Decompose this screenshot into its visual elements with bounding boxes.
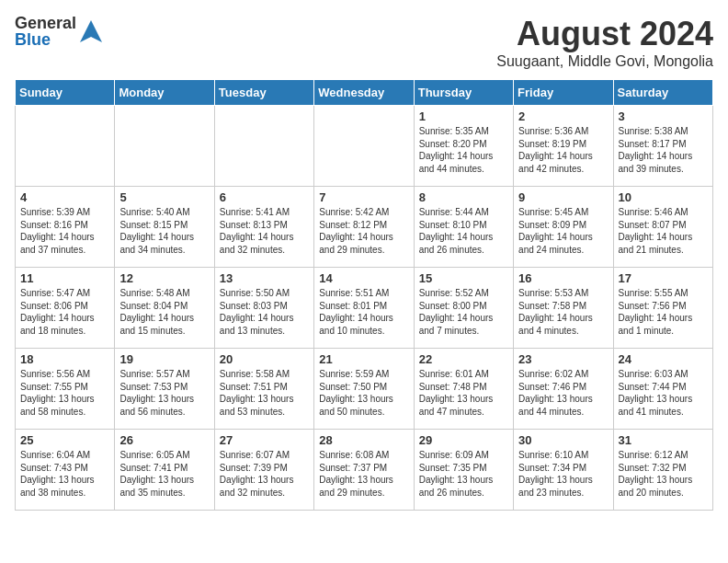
- day-number: 25: [20, 433, 109, 447]
- calendar-cell: 18Sunrise: 5:56 AM Sunset: 7:55 PM Dayli…: [16, 349, 115, 430]
- day-header-monday: Monday: [115, 80, 214, 106]
- calendar-cell: 17Sunrise: 5:55 AM Sunset: 7:56 PM Dayli…: [613, 268, 712, 349]
- calendar-cell: [16, 106, 115, 187]
- day-header-thursday: Thursday: [414, 80, 513, 106]
- cell-content: Sunrise: 6:08 AM Sunset: 7:37 PM Dayligh…: [319, 449, 408, 499]
- calendar-cell: 2Sunrise: 5:36 AM Sunset: 8:19 PM Daylig…: [514, 106, 613, 187]
- day-number: 30: [518, 433, 608, 447]
- day-number: 17: [619, 271, 708, 285]
- day-number: 23: [518, 352, 608, 366]
- calendar-cell: 1Sunrise: 5:35 AM Sunset: 8:20 PM Daylig…: [414, 106, 513, 187]
- day-header-friday: Friday: [514, 80, 613, 106]
- calendar-cell: 19Sunrise: 5:57 AM Sunset: 7:53 PM Dayli…: [115, 349, 214, 430]
- day-number: 19: [119, 352, 209, 366]
- cell-content: Sunrise: 5:39 AM Sunset: 8:16 PM Dayligh…: [20, 206, 109, 256]
- cell-content: Sunrise: 5:46 AM Sunset: 8:07 PM Dayligh…: [619, 206, 708, 256]
- calendar-cell: 10Sunrise: 5:46 AM Sunset: 8:07 PM Dayli…: [613, 187, 712, 268]
- week-row-1: 1Sunrise: 5:35 AM Sunset: 8:20 PM Daylig…: [16, 106, 713, 187]
- week-row-5: 25Sunrise: 6:04 AM Sunset: 7:43 PM Dayli…: [16, 430, 713, 511]
- calendar-title: August 2024: [496, 15, 713, 53]
- day-number: 9: [518, 190, 608, 204]
- calendar-cell: 28Sunrise: 6:08 AM Sunset: 7:37 PM Dayli…: [314, 430, 414, 511]
- calendar-cell: 20Sunrise: 5:58 AM Sunset: 7:51 PM Dayli…: [214, 349, 313, 430]
- cell-content: Sunrise: 5:59 AM Sunset: 7:50 PM Dayligh…: [319, 368, 408, 418]
- cell-content: Sunrise: 6:05 AM Sunset: 7:41 PM Dayligh…: [119, 449, 209, 499]
- calendar-cell: 11Sunrise: 5:47 AM Sunset: 8:06 PM Dayli…: [16, 268, 115, 349]
- cell-content: Sunrise: 5:45 AM Sunset: 8:09 PM Dayligh…: [518, 206, 608, 256]
- logo: General Blue: [15, 15, 104, 48]
- logo-icon: [78, 18, 104, 44]
- cell-content: Sunrise: 5:36 AM Sunset: 8:19 PM Dayligh…: [518, 125, 608, 175]
- cell-content: Sunrise: 5:52 AM Sunset: 8:00 PM Dayligh…: [419, 287, 508, 337]
- calendar-cell: [115, 106, 214, 187]
- cell-content: Sunrise: 5:44 AM Sunset: 8:10 PM Dayligh…: [419, 206, 508, 256]
- cell-content: Sunrise: 5:48 AM Sunset: 8:04 PM Dayligh…: [119, 287, 209, 337]
- calendar-cell: 4Sunrise: 5:39 AM Sunset: 8:16 PM Daylig…: [16, 187, 115, 268]
- calendar-cell: 13Sunrise: 5:50 AM Sunset: 8:03 PM Dayli…: [214, 268, 313, 349]
- day-number: 8: [419, 190, 508, 204]
- calendar-cell: 15Sunrise: 5:52 AM Sunset: 8:00 PM Dayli…: [414, 268, 513, 349]
- day-number: 11: [20, 271, 109, 285]
- day-number: 28: [319, 433, 408, 447]
- cell-content: Sunrise: 5:53 AM Sunset: 7:58 PM Dayligh…: [518, 287, 608, 337]
- day-number: 27: [220, 433, 309, 447]
- cell-content: Sunrise: 5:55 AM Sunset: 7:56 PM Dayligh…: [619, 287, 708, 337]
- calendar-cell: 26Sunrise: 6:05 AM Sunset: 7:41 PM Dayli…: [115, 430, 214, 511]
- title-area: August 2024 Suugaant, Middle Govi, Mongo…: [496, 15, 713, 70]
- cell-content: Sunrise: 5:56 AM Sunset: 7:55 PM Dayligh…: [20, 368, 109, 418]
- day-header-row: SundayMondayTuesdayWednesdayThursdayFrid…: [16, 80, 713, 106]
- calendar-cell: 23Sunrise: 6:02 AM Sunset: 7:46 PM Dayli…: [514, 349, 613, 430]
- day-header-saturday: Saturday: [613, 80, 712, 106]
- day-number: 16: [518, 271, 608, 285]
- cell-content: Sunrise: 5:51 AM Sunset: 8:01 PM Dayligh…: [319, 287, 408, 337]
- calendar-cell: 31Sunrise: 6:12 AM Sunset: 7:32 PM Dayli…: [613, 430, 712, 511]
- day-number: 7: [319, 190, 408, 204]
- day-header-sunday: Sunday: [16, 80, 115, 106]
- cell-content: Sunrise: 6:07 AM Sunset: 7:39 PM Dayligh…: [220, 449, 309, 499]
- calendar-cell: [214, 106, 313, 187]
- cell-content: Sunrise: 6:02 AM Sunset: 7:46 PM Dayligh…: [518, 368, 608, 418]
- day-header-wednesday: Wednesday: [314, 80, 414, 106]
- calendar-subtitle: Suugaant, Middle Govi, Mongolia: [496, 53, 713, 70]
- day-number: 12: [119, 271, 209, 285]
- cell-content: Sunrise: 5:38 AM Sunset: 8:17 PM Dayligh…: [619, 125, 708, 175]
- day-number: 26: [119, 433, 209, 447]
- calendar-cell: 7Sunrise: 5:42 AM Sunset: 8:12 PM Daylig…: [314, 187, 414, 268]
- week-row-4: 18Sunrise: 5:56 AM Sunset: 7:55 PM Dayli…: [16, 349, 713, 430]
- cell-content: Sunrise: 6:01 AM Sunset: 7:48 PM Dayligh…: [419, 368, 508, 418]
- logo-blue: Blue: [15, 31, 76, 48]
- day-number: 14: [319, 271, 408, 285]
- svg-marker-0: [80, 20, 102, 42]
- calendar-cell: 9Sunrise: 5:45 AM Sunset: 8:09 PM Daylig…: [514, 187, 613, 268]
- day-header-tuesday: Tuesday: [214, 80, 313, 106]
- cell-content: Sunrise: 6:12 AM Sunset: 7:32 PM Dayligh…: [619, 449, 708, 499]
- calendar-cell: 14Sunrise: 5:51 AM Sunset: 8:01 PM Dayli…: [314, 268, 414, 349]
- cell-content: Sunrise: 6:03 AM Sunset: 7:44 PM Dayligh…: [619, 368, 708, 418]
- cell-content: Sunrise: 5:47 AM Sunset: 8:06 PM Dayligh…: [20, 287, 109, 337]
- cell-content: Sunrise: 5:41 AM Sunset: 8:13 PM Dayligh…: [220, 206, 309, 256]
- cell-content: Sunrise: 6:04 AM Sunset: 7:43 PM Dayligh…: [20, 449, 109, 499]
- day-number: 29: [419, 433, 508, 447]
- day-number: 31: [619, 433, 708, 447]
- cell-content: Sunrise: 5:40 AM Sunset: 8:15 PM Dayligh…: [119, 206, 209, 256]
- calendar-cell: 22Sunrise: 6:01 AM Sunset: 7:48 PM Dayli…: [414, 349, 513, 430]
- cell-content: Sunrise: 5:42 AM Sunset: 8:12 PM Dayligh…: [319, 206, 408, 256]
- calendar-cell: 12Sunrise: 5:48 AM Sunset: 8:04 PM Dayli…: [115, 268, 214, 349]
- calendar-cell: 5Sunrise: 5:40 AM Sunset: 8:15 PM Daylig…: [115, 187, 214, 268]
- calendar-cell: 29Sunrise: 6:09 AM Sunset: 7:35 PM Dayli…: [414, 430, 513, 511]
- calendar-cell: 30Sunrise: 6:10 AM Sunset: 7:34 PM Dayli…: [514, 430, 613, 511]
- day-number: 15: [419, 271, 508, 285]
- day-number: 21: [319, 352, 408, 366]
- calendar-cell: 3Sunrise: 5:38 AM Sunset: 8:17 PM Daylig…: [613, 106, 712, 187]
- day-number: 1: [419, 109, 508, 123]
- calendar-cell: 16Sunrise: 5:53 AM Sunset: 7:58 PM Dayli…: [514, 268, 613, 349]
- day-number: 20: [220, 352, 309, 366]
- day-number: 22: [419, 352, 508, 366]
- cell-content: Sunrise: 6:10 AM Sunset: 7:34 PM Dayligh…: [518, 449, 608, 499]
- week-row-3: 11Sunrise: 5:47 AM Sunset: 8:06 PM Dayli…: [16, 268, 713, 349]
- cell-content: Sunrise: 5:57 AM Sunset: 7:53 PM Dayligh…: [119, 368, 209, 418]
- day-number: 18: [20, 352, 109, 366]
- day-number: 4: [20, 190, 109, 204]
- calendar-cell: [314, 106, 414, 187]
- calendar-cell: 24Sunrise: 6:03 AM Sunset: 7:44 PM Dayli…: [613, 349, 712, 430]
